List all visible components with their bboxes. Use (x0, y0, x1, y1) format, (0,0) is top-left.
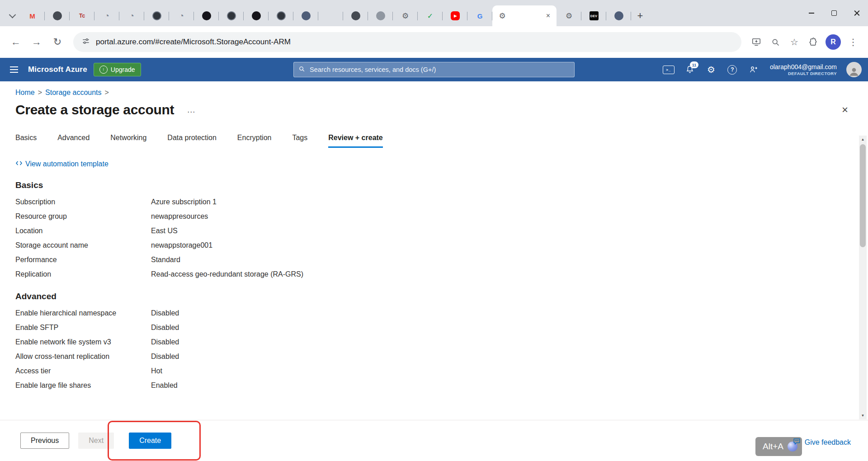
azure-brand[interactable]: Microsoft Azure (28, 65, 87, 74)
tab-advanced[interactable]: Advanced (57, 134, 90, 148)
browser-tab[interactable]: ⚙ (557, 5, 581, 26)
settings-gear-icon[interactable]: ⚙ (705, 64, 717, 75)
back-button[interactable]: ← (6, 33, 25, 52)
search-icon[interactable] (767, 33, 784, 51)
browser-tab[interactable] (368, 5, 393, 26)
reload-button[interactable]: ↻ (48, 33, 67, 52)
browser-tab[interactable] (219, 5, 244, 26)
global-search-input[interactable] (309, 66, 570, 74)
browser-tab[interactable]: DEV (581, 5, 606, 26)
youtube-favicon-icon: ▶ (451, 11, 460, 20)
field-value: Enabled (151, 381, 848, 390)
browser-tab[interactable] (45, 5, 70, 26)
field-label: Storage account name (15, 241, 151, 249)
browser-tab-active[interactable]: ⚙× (492, 5, 557, 26)
browser-tab[interactable] (194, 5, 219, 26)
field-value: Disabled (151, 324, 848, 332)
close-window-button[interactable] (845, 0, 868, 26)
field-value: Hot (151, 367, 848, 375)
tab-networking[interactable]: Networking (110, 134, 146, 148)
new-tab-button[interactable]: + (631, 5, 649, 26)
breadcrumb-separator: > (105, 89, 109, 97)
view-automation-template-link[interactable]: View automation template (15, 160, 108, 169)
tab-tags[interactable]: Tags (292, 134, 307, 148)
field-value: Read-access geo-redundant storage (RA-GR… (151, 270, 848, 278)
upgrade-label: Upgrade (111, 66, 135, 73)
scroll-up-icon[interactable]: ▲ (859, 136, 867, 143)
tc-favicon-icon: Tc (78, 11, 87, 20)
browser-tab[interactable] (606, 5, 631, 26)
browser-tab[interactable] (343, 5, 368, 26)
review-row: Enable hierarchical namespaceDisabled (15, 306, 848, 320)
github-favicon-icon (252, 11, 261, 20)
field-label: Enable SFTP (15, 324, 151, 332)
next-button[interactable]: Next (78, 433, 114, 449)
tab-close-icon[interactable]: × (545, 11, 551, 20)
install-app-icon[interactable] (748, 33, 765, 51)
browser-toolbar: ← → ↻ portal.azure.com/#create/Microsoft… (0, 26, 868, 58)
browser-tab[interactable] (144, 5, 169, 26)
browser-tab[interactable]: Tc (70, 5, 94, 26)
address-bar[interactable]: portal.azure.com/#create/Microsoft.Stora… (73, 32, 741, 52)
browser-tab[interactable] (318, 5, 343, 26)
browser-tab[interactable]: ◔ (169, 5, 194, 26)
maximize-button[interactable] (823, 0, 845, 26)
tab-encryption[interactable]: Encryption (237, 134, 272, 148)
breadcrumb-home-link[interactable]: Home (15, 89, 35, 97)
tab-search-button[interactable] (5, 5, 20, 26)
clock-favicon-icon: ◔ (177, 11, 186, 20)
forward-button[interactable]: → (27, 33, 46, 52)
browser-tab[interactable]: M (20, 5, 45, 26)
check-favicon-icon: ✓ (426, 11, 435, 20)
site-info-icon[interactable] (81, 37, 90, 47)
help-icon[interactable]: ? (726, 64, 738, 75)
close-blade-icon[interactable]: × (842, 104, 848, 115)
browser-tab[interactable]: ◔ (94, 5, 119, 26)
browser-tab[interactable]: ▶ (443, 5, 467, 26)
breadcrumb-storage-accounts-link[interactable]: Storage accounts (45, 89, 102, 97)
review-row: Allow cross-tenant replicationDisabled (15, 349, 848, 364)
review-row: Enable large file sharesEnabled (15, 378, 848, 393)
gear-favicon-icon: ⚙ (565, 11, 574, 20)
review-row: Storage account namenewappstorage001 (15, 238, 848, 253)
browser-menu-icon[interactable]: ⋮ (844, 33, 862, 51)
notifications-icon[interactable]: 11 (684, 64, 696, 75)
url-text: portal.azure.com/#create/Microsoft.Stora… (96, 38, 291, 47)
browser-tab[interactable] (293, 5, 318, 26)
tab-basics[interactable]: Basics (15, 134, 37, 148)
feedback-person-icon[interactable] (748, 64, 760, 75)
field-label: Access tier (15, 367, 151, 375)
tab-review-create[interactable]: Review + create (328, 134, 383, 148)
clock-favicon-icon: ◔ (127, 11, 137, 20)
minimize-button[interactable] (800, 0, 823, 26)
bookmark-star-icon[interactable]: ☆ (786, 33, 803, 51)
field-value: East US (151, 227, 848, 235)
wizard-footer: Previous Next Create (0, 420, 868, 461)
browser-tab[interactable] (244, 5, 269, 26)
tab-data-protection[interactable]: Data protection (167, 134, 217, 148)
browser-profile-avatar[interactable]: R (826, 34, 841, 50)
feedback-label: Give feedback (805, 438, 851, 447)
wizard-tabs: BasicsAdvancedNetworkingData protectionE… (15, 134, 848, 148)
extensions-icon[interactable] (805, 33, 822, 51)
browser-tab[interactable] (269, 5, 293, 26)
browser-tab[interactable]: ✓ (418, 5, 443, 26)
g-favicon-icon: G (476, 11, 485, 20)
browser-tab[interactable]: G (467, 5, 492, 26)
previous-button[interactable]: Previous (20, 433, 69, 449)
review-row: Enable network file system v3Disabled (15, 335, 848, 349)
account-avatar[interactable] (846, 62, 862, 77)
browser-tab[interactable]: ◔ (119, 5, 144, 26)
account-email: olaraph004@gmail.com (770, 63, 837, 71)
browser-tab[interactable]: ⚙ (393, 5, 418, 26)
cloud-shell-icon[interactable]: >_ (663, 64, 675, 75)
more-options-button[interactable]: … (187, 105, 196, 115)
hamburger-menu-button[interactable] (6, 62, 22, 77)
scrollbar-thumb[interactable] (860, 144, 866, 247)
upgrade-button[interactable]: ↑ Upgrade (94, 63, 141, 76)
scroll-down-icon[interactable]: ▼ (859, 412, 867, 419)
give-feedback-link[interactable]: Give feedback (793, 437, 851, 447)
create-button[interactable]: Create (129, 433, 171, 449)
page-scrollbar[interactable]: ▲ ▼ (859, 136, 867, 419)
global-search[interactable] (293, 62, 575, 77)
